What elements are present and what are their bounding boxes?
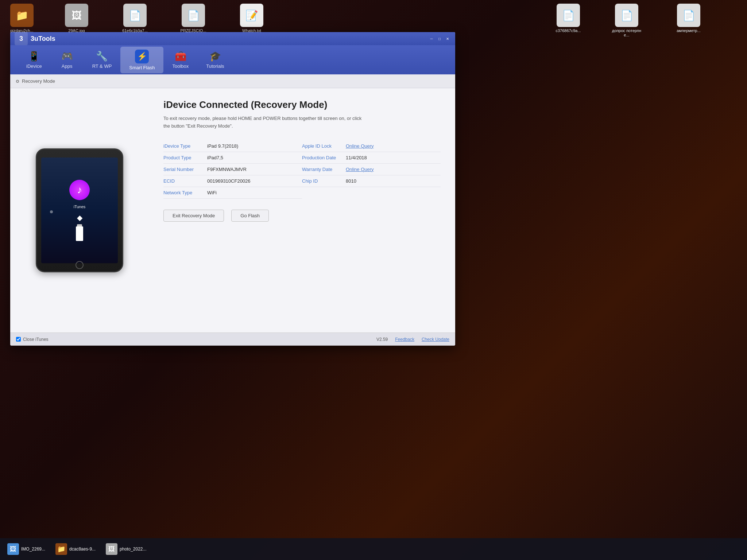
info-left-column: iDevice Type iPad 9.7(2018) Product Type… bbox=[163, 140, 302, 199]
cable-arrow: ◆ bbox=[77, 213, 82, 222]
apple-id-lock-value[interactable]: Online Query bbox=[346, 143, 374, 149]
production-date-value: 11/4/2018 bbox=[346, 155, 367, 160]
serial-number-value: F9FXMNWAJMVR bbox=[207, 167, 247, 172]
dopros-label: допрос потерпне... bbox=[610, 28, 643, 37]
status-bar: Close iTunes V2.59 Feedback Check Update bbox=[10, 332, 455, 346]
titlebar: 3 3uTools ─ □ ✕ bbox=[10, 32, 455, 45]
info-row-production-date: Production Date 11/4/2018 bbox=[302, 152, 441, 164]
c376867-label: c376867c9a... bbox=[556, 28, 581, 33]
logo-box: 3 bbox=[15, 32, 28, 45]
toolbar-item-tutorials[interactable]: 🎓 Tutorials bbox=[197, 48, 233, 72]
toolbox-icon: 🧰 bbox=[175, 51, 186, 62]
ipad-mockup: ♪ iTunes ◆ bbox=[36, 148, 123, 272]
cable-connector bbox=[76, 226, 83, 241]
taskbar-item-imo[interactable]: 🖼 IMO_2269... bbox=[4, 542, 49, 556]
toolbar-item-idevice[interactable]: 📱 iDevice bbox=[18, 48, 51, 72]
apps-label: Apps bbox=[62, 63, 73, 69]
apple-id-lock-label: Apple ID Lock bbox=[302, 143, 346, 149]
toolbox-label: Toolbox bbox=[172, 63, 189, 69]
close-button[interactable]: ✕ bbox=[444, 35, 451, 42]
serial-number-label: Serial Number bbox=[163, 167, 207, 172]
przejscio-icon: 📄 bbox=[182, 4, 205, 27]
feedback-link[interactable]: Feedback bbox=[395, 337, 414, 342]
idevice-label: iDevice bbox=[26, 63, 42, 69]
3utools-window: 3 3uTools ─ □ ✕ 📱 iDevice 🎮 Apps 🔧 RT & … bbox=[10, 32, 455, 346]
toolbar-item-smartflash[interactable]: ⚡ Smart Flash bbox=[120, 47, 163, 73]
taskbar: 🖼 IMO_2269... 📁 dcac8aes-9... 🖼 photo_20… bbox=[0, 538, 747, 560]
dcac-taskbar-label: dcac8aes-9... bbox=[69, 547, 96, 552]
info-row-warranty-date: Warranty Date Online Query bbox=[302, 164, 441, 175]
info-row-apple-id-lock: Apple ID Lock Online Query bbox=[302, 140, 441, 152]
toolbar-item-toolbox[interactable]: 🧰 Toolbox bbox=[163, 48, 197, 72]
toolbar-item-rtwp[interactable]: 🔧 RT & WP bbox=[84, 48, 121, 72]
desktop-icon-whatch[interactable]: 📝 Whatch.txt bbox=[233, 4, 270, 33]
desktop-icon-61e6c1b3a7[interactable]: 📄 61e6c1b3a7... bbox=[117, 4, 153, 33]
info-row-idevice-type: iDevice Type iPad 9.7(2018) bbox=[163, 140, 302, 152]
status-right: V2.59 Feedback Check Update bbox=[376, 337, 449, 342]
breadcrumb-text: Recovery Mode bbox=[22, 78, 55, 84]
right-panel: iDevice Connected (Recovery Mode) To exi… bbox=[149, 88, 455, 332]
main-content: ♪ iTunes ◆ iDevice Connected (Recovery M… bbox=[10, 88, 455, 332]
ampermet-icon: 📄 bbox=[677, 4, 700, 27]
rtwp-icon: 🔧 bbox=[96, 51, 108, 62]
ecid-value: 001969310CF20026 bbox=[207, 178, 251, 184]
app-logo: 3 3uTools bbox=[15, 32, 55, 45]
idevice-type-label: iDevice Type bbox=[163, 143, 207, 149]
desktop-icon-c376867c9a[interactable]: 📄 c376867c9a... bbox=[550, 4, 587, 33]
breadcrumb-dot bbox=[16, 80, 19, 83]
warranty-date-value[interactable]: Online Query bbox=[346, 167, 374, 172]
photo-taskbar-label: photo_2022... bbox=[120, 547, 146, 552]
maximize-button[interactable]: □ bbox=[436, 35, 443, 42]
dopros-icon: 📄 bbox=[615, 4, 638, 27]
whatch-icon: 📝 bbox=[240, 4, 263, 27]
desktop-icon-ampermet[interactable]: 📄 амперметр... bbox=[670, 4, 707, 33]
product-type-label: Product Type bbox=[163, 155, 207, 160]
info-row-product-type: Product Type iPad7,5 bbox=[163, 152, 302, 164]
idevice-icon: 📱 bbox=[28, 51, 40, 62]
chip-id-label: Chip ID bbox=[302, 178, 346, 184]
photo-taskbar-icon: 🖼 bbox=[106, 543, 117, 555]
29acjpg-icon: 🖼 bbox=[65, 4, 88, 27]
minimize-button[interactable]: ─ bbox=[428, 35, 435, 42]
itunes-screen-label: iTunes bbox=[74, 205, 86, 209]
ecid-label: ECID bbox=[163, 178, 207, 184]
smartflash-icon: ⚡ bbox=[135, 50, 149, 63]
device-subtitle: To exit recovery mode, please hold HOME … bbox=[163, 115, 368, 130]
idevice-type-value: iPad 9.7(2018) bbox=[207, 143, 238, 149]
check-update-link[interactable]: Check Update bbox=[422, 337, 449, 342]
info-right-column: Apple ID Lock Online Query Production Da… bbox=[302, 140, 441, 199]
info-row-network-type: Network Type WiFi bbox=[163, 187, 302, 199]
breadcrumb: Recovery Mode bbox=[10, 74, 455, 88]
info-row-chip-id: Chip ID 8010 bbox=[302, 175, 441, 187]
product-type-value: iPad7,5 bbox=[207, 155, 223, 160]
chip-id-value: 8010 bbox=[346, 178, 356, 184]
warranty-date-label: Warranty Date bbox=[302, 167, 346, 172]
close-itunes-checkbox[interactable]: Close iTunes bbox=[16, 337, 49, 342]
version-label: V2.59 bbox=[376, 337, 388, 342]
desktop-icon-29acjpg[interactable]: 🖼 29AC.jpg bbox=[58, 4, 95, 33]
camera-dot bbox=[50, 210, 53, 213]
go-flash-button[interactable]: Go Flash bbox=[231, 210, 269, 222]
itunes-icon: ♪ bbox=[69, 180, 90, 200]
imo-taskbar-label: IMO_2269... bbox=[21, 547, 45, 552]
desktop-icon-pizdaru2ch[interactable]: 📁 pizdaru2ch... bbox=[4, 4, 40, 33]
info-row-serial-number: Serial Number F9FXMNWAJMVR bbox=[163, 164, 302, 175]
ampermet-label: амперметр... bbox=[677, 28, 701, 33]
network-type-value: WiFi bbox=[207, 190, 217, 195]
dcac-taskbar-icon: 📁 bbox=[55, 543, 67, 555]
c376867-icon: 📄 bbox=[557, 4, 580, 27]
pizdaru2ch-icon: 📁 bbox=[10, 4, 34, 27]
toolbar: 📱 iDevice 🎮 Apps 🔧 RT & WP ⚡ Smart Flash… bbox=[10, 45, 455, 74]
close-itunes-input[interactable] bbox=[16, 337, 21, 342]
tutorials-label: Tutorials bbox=[206, 63, 224, 69]
toolbar-item-apps[interactable]: 🎮 Apps bbox=[51, 48, 84, 72]
apps-icon: 🎮 bbox=[61, 51, 73, 62]
taskbar-item-photo2022[interactable]: 🖼 photo_2022... bbox=[102, 542, 150, 556]
desktop-icon-przejscio[interactable]: 📄 PRZEJSCIO... bbox=[175, 4, 212, 33]
taskbar-item-dcac8aes[interactable]: 📁 dcac8aes-9... bbox=[52, 542, 99, 556]
rtwp-label: RT & WP bbox=[92, 63, 112, 69]
app-title: 3uTools bbox=[31, 35, 55, 43]
production-date-label: Production Date bbox=[302, 155, 346, 160]
desktop-icon-dopros[interactable]: 📄 допрос потерпне... bbox=[608, 4, 645, 37]
exit-recovery-button[interactable]: Exit Recovery Mode bbox=[163, 210, 224, 222]
